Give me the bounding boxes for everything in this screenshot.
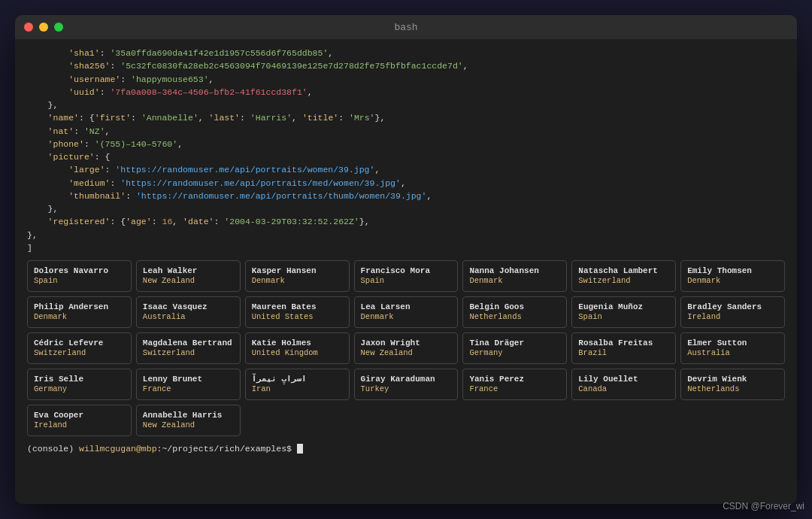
person-name: Jaxon Wright <box>361 338 452 348</box>
person-name: Eugenia Muñoz <box>578 302 669 312</box>
person-country: France <box>469 384 560 395</box>
person-card[interactable]: Eugenia MuñozSpain <box>571 296 676 328</box>
person-card[interactable]: Magdalena BertrandSwitzerland <box>136 332 241 364</box>
person-card[interactable]: Annabelle HarrisNew Zealand <box>136 405 241 436</box>
code-line: 'sha256': '5c32fc0830fa28eb2c4563094f704… <box>27 59 785 72</box>
person-card[interactable]: Leah WalkerNew Zealand <box>136 260 241 292</box>
person-card[interactable]: Iris SelleGermany <box>27 369 132 400</box>
person-name: Maureen Bates <box>252 302 343 312</box>
person-country: Ireland <box>687 312 778 323</box>
person-name: اسراپ نیمرآ <box>252 374 343 384</box>
traffic-lights <box>24 23 63 32</box>
person-country: Denmark <box>252 276 343 287</box>
person-name: Yanis Perez <box>469 374 560 384</box>
code-line: 'registered': {'age': 16, 'date': '2004-… <box>27 215 785 228</box>
person-card[interactable]: Eva CooperIreland <box>27 405 132 436</box>
person-name: Iris Selle <box>34 374 125 384</box>
code-line: ] <box>27 241 785 254</box>
person-country: Iran <box>252 384 343 395</box>
person-country: Spain <box>578 312 669 323</box>
person-country: France <box>143 384 234 395</box>
person-country: Canada <box>578 384 669 395</box>
person-card[interactable]: Francisco MoraSpain <box>354 260 459 292</box>
person-card[interactable]: Belgin GoosNetherlands <box>462 296 567 328</box>
person-name: Leah Walker <box>143 266 234 276</box>
person-country: Denmark <box>469 276 560 287</box>
person-card[interactable]: Kasper HansenDenmark <box>245 260 350 292</box>
person-name: Cédric Lefevre <box>34 338 125 348</box>
maximize-button[interactable] <box>54 23 63 32</box>
prompt-paren: (console) <box>27 444 79 454</box>
person-card[interactable]: Bradley SandersIreland <box>680 296 785 328</box>
person-country: New Zealand <box>143 276 234 287</box>
person-card[interactable]: Elmer SuttonAustralia <box>680 332 785 364</box>
code-line: 'thumbnail': 'https://randomuser.me/api/… <box>27 190 785 202</box>
person-card[interactable]: Cédric LefevreSwitzerland <box>27 332 132 364</box>
person-card[interactable]: Katie HolmesUnited Kingdom <box>245 332 350 364</box>
person-card[interactable]: Nanna JohansenDenmark <box>462 260 567 292</box>
person-card[interactable]: Lily OuelletCanada <box>571 369 676 400</box>
person-country: Denmark <box>34 312 125 323</box>
person-name: Philip Andersen <box>34 302 125 312</box>
person-name: Isaac Vasquez <box>143 302 234 312</box>
person-name: Belgin Goos <box>469 302 560 312</box>
person-country: Netherlands <box>469 312 560 323</box>
person-country: Switzerland <box>34 348 125 359</box>
code-line: 'sha1': '35a0ffda690da41f42e1d1957c556d6… <box>27 47 785 59</box>
code-block: 'sha1': '35a0ffda690da41f42e1d1957c556d6… <box>27 47 785 254</box>
cursor <box>297 444 303 454</box>
minimize-button[interactable] <box>39 23 48 32</box>
person-country: Ireland <box>34 420 125 431</box>
prompt-line: (console) willmcgugan@mbp:~/projects/ric… <box>27 442 785 455</box>
person-country: Switzerland <box>578 276 669 287</box>
person-name: Lea Larsen <box>361 302 452 312</box>
person-name: Lily Ouellet <box>578 374 669 384</box>
person-name: Tina Dräger <box>469 338 560 348</box>
person-country: Australia <box>143 312 234 323</box>
prompt-path: :~/projects/rich/examples <box>157 444 287 454</box>
person-name: Kasper Hansen <box>252 266 343 276</box>
code-line: 'picture': { <box>27 150 785 163</box>
person-country: United States <box>252 312 343 323</box>
code-line: 'uuid': '7fa0a008–364c–4506–bfb2–41f61cc… <box>27 86 785 99</box>
code-line: 'username': 'happymouse653', <box>27 73 785 86</box>
code-line: 'medium': 'https://randomuser.me/api/por… <box>27 177 785 190</box>
terminal-window: bash 'sha1': '35a0ffda690da41f42e1d1957c… <box>15 15 797 504</box>
person-card[interactable]: Maureen BatesUnited States <box>245 296 350 328</box>
person-card[interactable]: Dolores NavarroSpain <box>27 260 132 292</box>
code-line: 'large': 'https://randomuser.me/api/port… <box>27 163 785 176</box>
person-card[interactable]: Lea LarsenDenmark <box>354 296 459 328</box>
person-card[interactable]: Jaxon WrightNew Zealand <box>354 332 459 364</box>
person-name: Giray Karaduman <box>361 374 452 384</box>
person-country: Brazil <box>578 348 669 359</box>
person-name: Magdalena Bertrand <box>143 338 234 348</box>
person-name: Annabelle Harris <box>143 410 234 420</box>
window-title: bash <box>394 22 417 33</box>
titlebar: bash <box>15 15 797 39</box>
person-name: Lenny Brunet <box>143 374 234 384</box>
close-button[interactable] <box>24 23 33 32</box>
person-country: Germany <box>34 384 125 395</box>
person-name: Nanna Johansen <box>469 266 560 276</box>
person-card[interactable]: Emily ThomsenDenmark <box>680 260 785 292</box>
person-card[interactable]: Giray KaradumanTurkey <box>354 369 459 400</box>
person-name: Rosalba Freitas <box>578 338 669 348</box>
person-country: New Zealand <box>361 348 452 359</box>
person-card[interactable]: Natascha LambertSwitzerland <box>571 260 676 292</box>
person-card[interactable]: Lenny BrunetFrance <box>136 369 241 400</box>
person-card[interactable]: Rosalba FreitasBrazil <box>571 332 676 364</box>
person-card[interactable]: Yanis PerezFrance <box>462 369 567 400</box>
code-line: 'name': {'first': 'Annabelle', 'last': '… <box>27 111 785 124</box>
code-line: }, <box>27 99 785 111</box>
person-card[interactable]: Isaac VasquezAustralia <box>136 296 241 328</box>
person-name: Natascha Lambert <box>578 266 669 276</box>
person-card[interactable]: Devrim WienkNetherlands <box>680 369 785 400</box>
person-name: Emily Thomsen <box>687 266 778 276</box>
person-name: Bradley Sanders <box>687 302 778 312</box>
person-card[interactable]: اسراپ نیمرآIran <box>245 369 350 400</box>
prompt-dollar: $ <box>286 444 297 454</box>
person-card[interactable]: Philip AndersenDenmark <box>27 296 132 328</box>
person-name: Eva Cooper <box>34 410 125 420</box>
person-country: Spain <box>361 276 452 287</box>
person-card[interactable]: Tina DrägerGermany <box>462 332 567 364</box>
